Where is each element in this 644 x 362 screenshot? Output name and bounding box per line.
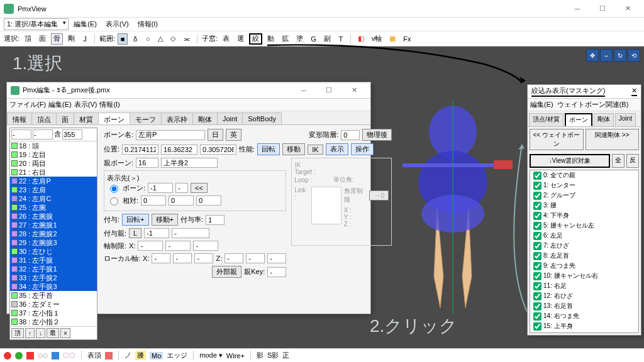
sb-ortho[interactable]: 正 xyxy=(282,351,289,360)
lang-jp-button[interactable]: 日 xyxy=(208,129,223,141)
list-foot-btn[interactable]: 最 xyxy=(47,328,59,338)
opt-bone-radio[interactable] xyxy=(110,185,118,193)
mask-all-button[interactable]: 全 xyxy=(612,154,625,168)
bone-list[interactable]: 含 18 : 頭19 : 左目20 : 両目21 : 右目22 : 左肩P23 … xyxy=(9,128,97,340)
physics-after-button[interactable]: 物理後 xyxy=(362,129,392,141)
bone-row[interactable]: 27 : 左腕捩1 xyxy=(10,221,97,229)
sub-sel[interactable]: 選 xyxy=(235,33,247,45)
grid-icon[interactable]: ▦ xyxy=(387,33,398,45)
editor-menu-view[interactable]: 表示(V) xyxy=(74,100,97,109)
pos-x[interactable] xyxy=(122,145,158,155)
sub-paint[interactable]: 塗 xyxy=(294,33,306,45)
editor-tab-2[interactable]: 面 xyxy=(56,112,74,124)
perf-rot[interactable]: 回転 xyxy=(257,143,280,155)
mask-item[interactable]: 13: 右足首 xyxy=(530,301,638,311)
grant-mov[interactable]: 移動+ xyxy=(152,214,178,226)
mask-check[interactable] xyxy=(533,272,541,280)
local-x3[interactable] xyxy=(194,253,213,263)
mask-tab-1[interactable]: ボーン xyxy=(565,113,592,126)
mask-check[interactable] xyxy=(533,182,541,190)
sub-t[interactable]: T xyxy=(336,33,346,45)
mask-invert-button[interactable]: 反 xyxy=(626,154,639,168)
mask-item[interactable]: 16: 上半身2 xyxy=(530,331,638,333)
list-foot-btn[interactable]: ↑ xyxy=(25,328,35,338)
sub-mask[interactable]: 絞 xyxy=(249,33,262,45)
filter-from[interactable] xyxy=(11,129,31,140)
sb-surface[interactable]: 表頂 xyxy=(87,351,101,360)
gizmo-move-icon[interactable]: ✥ xyxy=(586,49,599,62)
editor-tab-7[interactable]: 剛体 xyxy=(192,112,218,124)
sub-g[interactable]: G xyxy=(308,33,319,45)
bone-row[interactable]: 28 : 左腕捩2 xyxy=(10,229,97,238)
mask-item[interactable]: 7: 左ひざ xyxy=(530,241,638,251)
sb-red-icon[interactable] xyxy=(4,352,11,359)
editor-tab-0[interactable]: 情報 xyxy=(7,112,32,124)
mask-item[interactable]: 9: 左つま先 xyxy=(530,261,638,271)
opt-bone-value[interactable] xyxy=(148,183,173,193)
local-z2[interactable] xyxy=(246,253,265,263)
range-tri-icon[interactable]: δ xyxy=(130,33,140,45)
minimize-button[interactable]: ─ xyxy=(565,1,590,16)
sub-sub[interactable]: 副 xyxy=(321,33,333,45)
editor-max[interactable]: ☐ xyxy=(316,83,341,98)
lang-en-button[interactable]: 英 xyxy=(226,129,242,141)
mask-item[interactable]: 12: 右ひざ xyxy=(530,291,638,301)
mask-check[interactable] xyxy=(533,302,541,310)
menu-view[interactable]: 表示(V) xyxy=(102,18,133,30)
mask-item[interactable]: 1: センター xyxy=(530,180,638,190)
pos-z[interactable] xyxy=(200,145,236,155)
mask-item[interactable]: 0: 全ての親 xyxy=(530,170,638,180)
mask-check[interactable] xyxy=(533,252,541,260)
mask-tab-2[interactable]: 剛体 xyxy=(594,113,614,126)
opt-rel-z[interactable] xyxy=(196,195,221,206)
bone-row[interactable]: 26 : 左腕捩 xyxy=(10,212,97,221)
bone-row[interactable]: 20 : 両目 xyxy=(10,159,97,168)
ext-parent-button[interactable]: 外部親 xyxy=(212,266,242,278)
vaxis-button[interactable]: v軸 xyxy=(369,33,385,45)
local-z[interactable] xyxy=(225,253,243,263)
ik-link-list[interactable] xyxy=(311,187,341,224)
editor-tab-6[interactable]: 表示枠 xyxy=(161,112,193,124)
sub-expand[interactable]: 拡 xyxy=(279,33,291,45)
list-foot-btn[interactable]: ↓ xyxy=(36,328,45,338)
mask-list[interactable]: 0: 全ての親1: センター2: グルーブ3: 腰4: 下半身5: 腰キャンセル… xyxy=(530,170,639,333)
mask-item[interactable]: 2: グルーブ xyxy=(530,190,638,200)
editor-tab-4[interactable]: ボーン xyxy=(98,112,130,124)
editor-tab-8[interactable]: Joint xyxy=(217,112,243,124)
mask-item[interactable]: 14: 右つま先 xyxy=(530,311,638,321)
mask-item[interactable]: 10: 腰キャンセル右 xyxy=(530,271,638,281)
grant-parent-name[interactable] xyxy=(172,228,209,238)
range-circle-icon[interactable]: ○ xyxy=(143,33,153,45)
bone-row[interactable]: 22 : 左肩P xyxy=(10,177,97,185)
bone-row[interactable]: 30 : 左ひじ xyxy=(10,247,97,256)
sub-disp[interactable]: 表 xyxy=(220,33,232,45)
menu-edit[interactable]: 編集(E) xyxy=(70,18,101,30)
perf-op[interactable]: 操作 xyxy=(351,143,374,155)
editor-titlebar[interactable]: Pmx編集 - ﾖる_pmxe後.pmx ─ ☐ ✕ xyxy=(7,82,370,99)
editor-menu-info[interactable]: 情報(I) xyxy=(99,100,119,109)
mask-check[interactable] xyxy=(533,192,541,200)
range-rect-icon[interactable]: ■ xyxy=(118,33,128,45)
tb-face[interactable]: 面 xyxy=(36,33,48,45)
sb-diamond-icon[interactable]: ◇◇ xyxy=(38,351,48,359)
sub-move[interactable]: 動 xyxy=(265,33,277,45)
fx-button[interactable]: Fx xyxy=(401,33,413,45)
gizmo-rotate-icon[interactable]: ⟲ xyxy=(628,49,640,62)
range-link-icon[interactable]: ⫘ xyxy=(180,33,192,45)
mask-check[interactable] xyxy=(533,172,541,180)
extkey-input[interactable] xyxy=(267,267,286,277)
bone-row[interactable]: 32 : 左手捩1 xyxy=(10,265,97,273)
bone-row[interactable]: 19 : 左目 xyxy=(10,150,97,159)
mask-weight-button[interactable]: << ウェイトボーン xyxy=(530,129,584,150)
bone-row[interactable]: 37 : 左小指１ xyxy=(10,309,97,317)
mask-check[interactable] xyxy=(533,312,541,321)
grant-rot[interactable]: 回転+ xyxy=(122,214,148,226)
tb-bone[interactable]: 骨 xyxy=(51,33,63,45)
mask-item[interactable]: 8: 左足首 xyxy=(530,251,638,261)
mask-item[interactable]: 3: 腰 xyxy=(530,200,638,211)
grant-parent-value[interactable] xyxy=(144,228,169,238)
mask-titlebar[interactable]: 絞込み表示(マスキング) ✕ xyxy=(528,85,641,99)
bone-name-input[interactable] xyxy=(136,130,205,140)
pos-y[interactable] xyxy=(161,145,197,155)
opt-rel-y[interactable] xyxy=(169,195,194,206)
